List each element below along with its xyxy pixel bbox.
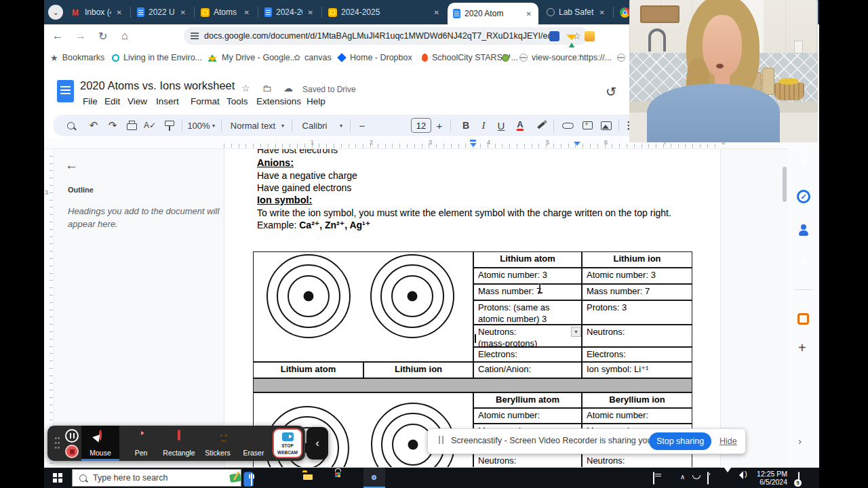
bookmark-item[interactable] (502, 47, 513, 68)
tasks-icon[interactable]: ✓ (797, 190, 810, 203)
tool-rectangle[interactable]: Rectangle (159, 426, 199, 461)
menu-tools[interactable]: Tools (226, 96, 248, 106)
table-cell[interactable]: Mass number: 7 (582, 284, 692, 300)
addon-icon[interactable] (797, 313, 809, 325)
menu-file[interactable]: File (83, 96, 98, 106)
table-cell[interactable]: Cation/Anion: (473, 362, 582, 378)
tab-search-button[interactable]: ⌄ (48, 5, 63, 20)
pause-recording-button[interactable] (65, 429, 79, 443)
paragraph-style-select[interactable]: Normal text (228, 115, 278, 136)
bookmark-item[interactable]: My Drive - Google... (207, 47, 297, 68)
italic-icon[interactable]: I (477, 115, 490, 136)
browser-tab[interactable]: 2024-2025 ✕ (323, 0, 446, 24)
document-page[interactable]: Have lost electrons Anions: Have a negat… (224, 138, 721, 468)
table-cell[interactable]: Mass number: 7 (473, 284, 582, 300)
zoom-select[interactable]: 100% (187, 115, 210, 136)
table-cell[interactable]: Ion symbol: Li⁺¹ (582, 362, 692, 378)
menu-help[interactable]: Help (307, 96, 326, 106)
reload-icon[interactable]: ↻ (98, 30, 107, 43)
table-cell[interactable]: Lithium atom (253, 362, 363, 378)
table-cell[interactable]: Electrons: (582, 347, 692, 362)
browser-tab[interactable]: Atoms vs I ✕ (195, 0, 256, 24)
print-icon[interactable] (125, 115, 138, 136)
close-icon[interactable]: ✕ (598, 9, 606, 16)
table-cell[interactable]: Electrons: (473, 347, 582, 362)
tray-chevron-up-icon[interactable]: ∧ (680, 473, 685, 481)
chevron-down-icon[interactable]: ▾ (279, 115, 286, 136)
cloud-saved-icon[interactable]: ☁ (283, 83, 293, 94)
close-icon[interactable]: ✕ (115, 9, 123, 16)
address-bar[interactable]: docs.google.com/document/d/1MtaBAgLMuJl4… (184, 27, 588, 45)
tool-pen[interactable]: Pen (123, 426, 159, 461)
notification-center-icon[interactable]: 5 (798, 472, 800, 485)
taskbar-clock[interactable]: 12:25 PM 6/5/2024 (749, 470, 787, 486)
table-cell[interactable]: Neutrons: (473, 453, 582, 468)
close-icon[interactable]: ✕ (433, 9, 441, 16)
move-folder-icon[interactable]: 🗀 (262, 83, 272, 94)
spell-check-icon[interactable]: A✓ (143, 115, 157, 136)
menu-extensions[interactable]: Extensions (256, 96, 301, 106)
close-icon[interactable]: ✕ (243, 9, 251, 16)
browser-tab[interactable]: 2022 Unit ✕ (132, 0, 193, 24)
table-cell[interactable]: Atomic number: 3 (582, 268, 692, 284)
font-size-input[interactable]: 12 (411, 118, 431, 133)
doc-heading-ion-symbol[interactable]: Ion symbol: (257, 195, 312, 205)
bookmark-item[interactable]: ✿ canvas (294, 47, 332, 68)
bookmark-item[interactable]: ★ Bookmarks (50, 47, 104, 68)
bookmark-item[interactable] (617, 47, 629, 68)
close-icon[interactable]: ✕ (525, 10, 533, 18)
stop-recording-button[interactable] (65, 445, 79, 458)
scrollbar-thumb[interactable] (783, 167, 787, 202)
doc-text[interactable]: Have gained electrons (257, 182, 351, 193)
browser-tab-active[interactable]: 2020 Atom ✕ (448, 3, 538, 24)
bookmark-item[interactable]: Living in the Enviro... (112, 47, 202, 68)
drag-handle[interactable] (54, 436, 60, 451)
undo-icon[interactable]: ↶ (87, 115, 100, 136)
document-title[interactable]: 2020 Atoms vs. Ions worksheet (80, 79, 235, 92)
bold-icon[interactable]: B (460, 115, 472, 136)
star-icon[interactable]: ☆ (241, 83, 250, 94)
stop-sharing-button[interactable]: Stop sharing (649, 432, 711, 450)
chevron-down-icon[interactable]: ▾ (338, 115, 344, 136)
hide-link[interactable]: Hide (719, 436, 737, 446)
chevron-down-icon[interactable]: ▾ (210, 115, 217, 136)
close-icon[interactable]: ✕ (307, 9, 315, 16)
doc-text-example[interactable]: Example: Ca²⁺, Zn²⁺, Ag¹⁺ (257, 220, 370, 230)
font-select[interactable]: Calibri (300, 115, 330, 136)
insert-link-icon[interactable] (560, 115, 575, 136)
highlight-icon[interactable] (534, 115, 548, 136)
site-settings-icon[interactable] (191, 33, 199, 39)
table-cell[interactable]: Protons: 3 (582, 300, 692, 325)
menu-format[interactable]: Format (191, 96, 220, 106)
table-header[interactable]: Beryllium atom (473, 392, 582, 408)
table-header[interactable]: Beryllium ion (582, 392, 692, 408)
table-cell[interactable]: Lithium ion (363, 362, 473, 378)
browser-tab[interactable]: Lab Safety ✕ (541, 0, 612, 24)
forward-icon[interactable]: → (75, 30, 86, 42)
cell-dropdown-icon[interactable]: ▼ (571, 327, 581, 337)
start-button[interactable] (53, 473, 62, 483)
wifi-icon[interactable] (722, 472, 733, 485)
drive-extension-icon[interactable] (566, 31, 576, 41)
table-cell[interactable]: Atomic number: (582, 408, 692, 424)
doc-text[interactable]: To write the ion symbol, you must write … (257, 207, 671, 218)
news-tray-icon[interactable] (653, 472, 654, 485)
version-history-icon[interactable]: ↺ (606, 84, 616, 100)
table-cell[interactable]: Neutrons: (582, 325, 692, 347)
redo-icon[interactable]: ↷ (106, 115, 119, 136)
table-cell[interactable]: Atomic number: (473, 408, 582, 424)
chevron-right-icon[interactable]: › (798, 435, 802, 447)
first-line-indent-marker[interactable] (470, 140, 476, 142)
browser-tab[interactable]: 2024-2045 ✕ (259, 0, 320, 24)
table-cell[interactable]: Protons: (same as atomic number) 3 (473, 300, 582, 325)
add-comment-icon[interactable] (580, 115, 594, 136)
decrease-font-icon[interactable]: − (357, 115, 368, 136)
table-cell[interactable]: Neutrons: (mass-protons) (473, 325, 582, 347)
collapse-toolbar-button[interactable]: ‹ (307, 427, 328, 460)
taskbar-search[interactable]: Type here to search (72, 469, 241, 487)
browser-tab[interactable]: Inbox (4) - ✕ (66, 0, 129, 24)
underline-icon[interactable]: U (495, 115, 507, 136)
paint-format-icon[interactable] (163, 115, 176, 136)
increase-font-icon[interactable]: + (434, 115, 445, 136)
tool-mouse[interactable]: Mouse (81, 426, 119, 461)
